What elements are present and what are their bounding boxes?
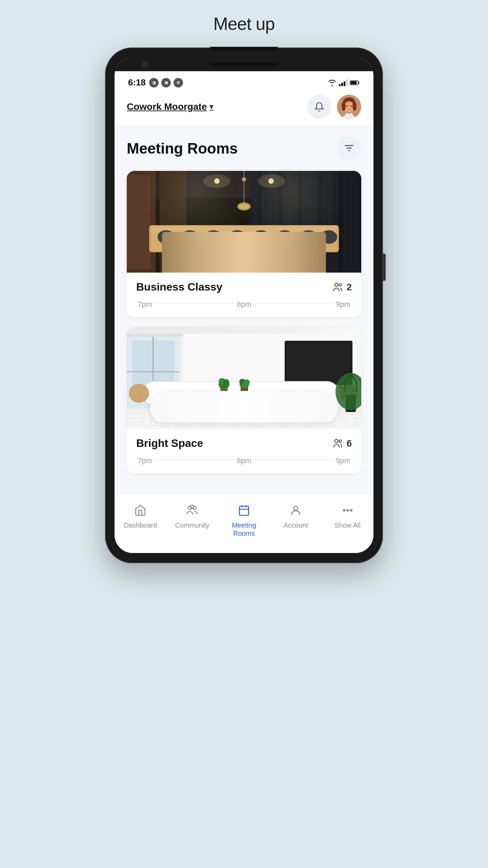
svg-rect-35 [151, 226, 337, 252]
status-left: 6:18 ◑ ▣ ⊘ [128, 77, 183, 88]
svg-rect-62 [127, 371, 180, 372]
svg-point-80 [223, 379, 229, 385]
nav-label-community: Community [175, 521, 209, 529]
time-start-2: 7pm [136, 456, 154, 465]
svg-point-41 [229, 230, 246, 244]
svg-point-55 [335, 283, 338, 287]
svg-point-31 [242, 177, 246, 181]
nav-label-show-all: Show All [334, 521, 361, 529]
svg-rect-12 [127, 171, 361, 273]
svg-rect-22 [298, 171, 302, 273]
wifi-icon [327, 79, 337, 86]
svg-point-9 [346, 105, 348, 107]
location-selector[interactable]: Cowork Moorgate ▾ [127, 101, 213, 112]
svg-point-10 [350, 105, 352, 107]
svg-point-56 [339, 283, 342, 286]
svg-rect-36 [151, 226, 337, 233]
svg-point-103 [350, 510, 352, 511]
svg-point-42 [252, 230, 269, 244]
svg-point-72 [174, 403, 192, 418]
svg-rect-28 [359, 171, 361, 273]
top-nav-actions [307, 95, 361, 119]
svg-point-51 [304, 250, 319, 262]
room-image-1 [127, 171, 361, 273]
capacity-number-2: 6 [346, 438, 352, 449]
time-end-1: 9pm [334, 300, 352, 309]
room-detail-1: Business Classy 2 7pm [127, 273, 361, 317]
filter-button[interactable] [337, 136, 361, 161]
user-avatar [337, 95, 361, 119]
main-content: Meeting Rooms [115, 126, 373, 494]
calendar-icon [238, 504, 250, 518]
notification-button[interactable] [307, 95, 331, 119]
svg-rect-20 [278, 171, 282, 273]
top-nav: Cowork Moorgate ▾ [115, 91, 373, 126]
people-icon-1 [332, 282, 344, 292]
time-mid-1: 8pm [236, 300, 253, 309]
svg-point-84 [244, 379, 250, 386]
room-card-1[interactable]: Business Classy 2 7pm [127, 171, 361, 317]
svg-point-92 [339, 440, 342, 442]
timeline-2: 7pm 8pm 9pm [136, 454, 352, 465]
svg-point-45 [320, 230, 337, 244]
svg-point-49 [250, 250, 265, 262]
svg-rect-14 [127, 171, 156, 273]
svg-point-44 [300, 230, 317, 244]
svg-rect-1 [351, 81, 357, 84]
nav-item-account[interactable]: Account [270, 501, 322, 541]
phone-screen: 6:18 ◑ ▣ ⊘ [115, 58, 373, 553]
nav-label-meeting-rooms: MeetingRooms [232, 521, 256, 537]
time-start-1: 7pm [136, 300, 154, 309]
capacity-number-1: 2 [346, 282, 352, 293]
svg-point-39 [181, 230, 198, 244]
nav-item-community[interactable]: Community [166, 501, 218, 541]
svg-point-8 [352, 101, 357, 111]
room-name-2: Bright Space [136, 437, 203, 450]
nav-item-meeting-rooms[interactable]: MeetingRooms [218, 501, 270, 541]
home-icon [134, 504, 146, 518]
room-name-1: Business Classy [136, 281, 222, 293]
status-app-icons: ◑ ▣ ⊘ [149, 78, 183, 87]
signal-icon [339, 79, 348, 86]
phone-top-bar [115, 58, 373, 71]
svg-rect-21 [288, 171, 291, 273]
nav-item-dashboard[interactable]: Dashboard [115, 501, 166, 541]
svg-point-101 [343, 510, 345, 511]
svg-rect-16 [159, 171, 186, 273]
more-icon [342, 504, 354, 518]
section-title: Meeting Rooms [127, 140, 238, 157]
svg-rect-96 [239, 506, 248, 515]
room-capacity-2: 6 [332, 438, 352, 449]
svg-rect-87 [127, 415, 361, 429]
svg-rect-27 [349, 171, 352, 273]
location-chevron-icon: ▾ [209, 102, 213, 111]
svg-rect-67 [286, 342, 351, 383]
status-right-icons [327, 79, 360, 86]
app-icon: ◑ [149, 78, 159, 87]
svg-point-74 [242, 404, 260, 419]
filter-icon [344, 144, 354, 153]
room-card-2[interactable]: Bright Space 6 7pm [127, 327, 361, 473]
svg-point-48 [223, 250, 238, 262]
svg-point-69 [149, 404, 339, 412]
room-meta-1: Business Classy 2 [136, 281, 352, 293]
svg-point-70 [129, 384, 149, 403]
nav-item-show-all[interactable]: Show All [322, 501, 373, 541]
svg-point-102 [347, 510, 348, 511]
speaker-grill [210, 62, 278, 66]
community-icon [185, 504, 199, 518]
volume-button [383, 254, 386, 281]
time-mid-2: 8pm [236, 456, 253, 465]
section-header: Meeting Rooms [127, 136, 361, 161]
location-name: Cowork Moorgate [127, 101, 207, 112]
svg-rect-24 [319, 171, 323, 273]
battery-icon [350, 79, 360, 86]
svg-rect-25 [329, 171, 332, 273]
svg-rect-23 [308, 171, 312, 273]
svg-point-75 [276, 404, 293, 419]
nav-label-account: Account [284, 521, 308, 529]
avatar-button[interactable] [337, 95, 361, 119]
people-icon-2 [332, 439, 344, 448]
room-image-2 [127, 327, 361, 429]
room-meta-2: Bright Space 6 [136, 437, 352, 450]
